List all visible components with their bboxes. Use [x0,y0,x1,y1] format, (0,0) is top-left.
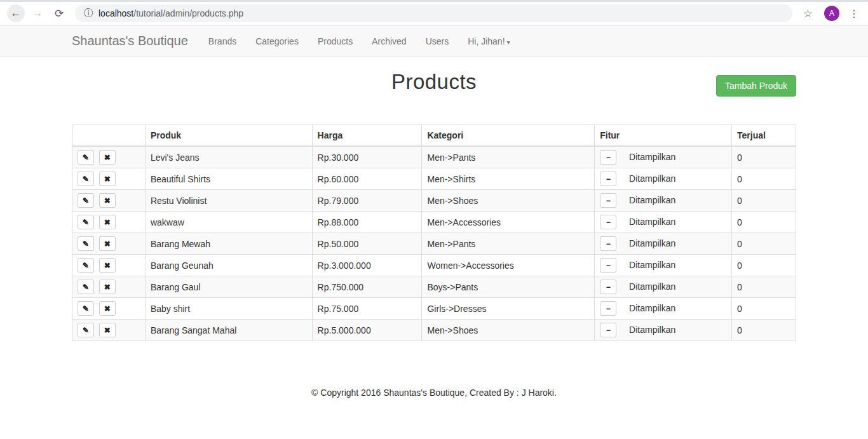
harga-cell: Rp.30.000 [312,146,422,168]
terjual-cell: 0 [732,212,796,233]
edit-button[interactable]: ✎ [78,236,94,251]
produk-cell: wakwaw [145,212,312,233]
actions-cell: ✎ ✖ [72,298,146,320]
harga-cell: Rp.50.000 [312,233,422,255]
nav-item-categories[interactable]: Categories [246,36,308,46]
edit-button[interactable]: ✎ [78,323,94,337]
back-icon[interactable]: ← [7,4,25,22]
edit-button[interactable]: ✎ [78,150,94,165]
products-table-header: Produk Harga Kategori Fitur Terjual [72,125,796,147]
edit-button[interactable]: ✎ [78,258,94,273]
pencil-icon: ✎ [83,262,89,269]
harga-cell: Rp.75.000 [312,298,422,320]
terjual-cell: 0 [732,190,796,212]
produk-cell: Baby shirt [145,298,312,320]
forward-icon[interactable]: → [29,4,46,22]
fitur-cell: − Ditampilkan [595,190,732,212]
produk-cell: Barang Sangat Mahal [145,320,312,341]
minus-icon: − [606,283,611,291]
fitur-cell: − Ditampilkan [595,212,732,233]
fitur-status-label: Ditampilkan [629,281,675,292]
fitur-status-label: Ditampilkan [629,217,675,227]
edit-button[interactable]: ✎ [78,193,94,208]
col-header-terjual: Terjual [732,125,796,147]
toggle-visibility-button[interactable]: − [600,150,616,165]
actions-cell: ✎ ✖ [72,190,146,212]
delete-button[interactable]: ✖ [99,172,116,186]
address-bar[interactable]: ⓘ localhost/tutorial/admin/products.php [75,4,792,22]
delete-button[interactable]: ✖ [99,280,116,294]
kategori-cell: Men->Pants [422,233,595,255]
produk-cell: Barang Gaul [145,276,312,298]
nav-item-brands[interactable]: Brands [199,36,246,46]
table-row: ✎ ✖ Beautiful Shirts Rp.60.000 Men->Shir… [72,168,796,190]
browser-profile-avatar[interactable]: A [824,6,839,21]
toggle-visibility-button[interactable]: − [600,323,616,337]
chevron-down-icon: ▾ [507,39,510,46]
fitur-cell: − Ditampilkan [595,146,732,168]
terjual-cell: 0 [732,168,796,190]
harga-cell: Rp.750.000 [312,276,422,298]
produk-cell: Barang Mewah [145,233,312,255]
page-header: Products Tambah Produk [72,57,796,111]
browser-menu-icon[interactable]: ⋮ [849,8,859,20]
fitur-status-label: Ditampilkan [629,195,675,205]
delete-button[interactable]: ✖ [99,301,116,316]
actions-cell: ✎ ✖ [72,276,146,298]
pencil-icon: ✎ [83,175,89,183]
delete-button[interactable]: ✖ [99,323,116,337]
toggle-visibility-button[interactable]: − [600,236,616,251]
fitur-cell: − Ditampilkan [595,320,732,341]
edit-button[interactable]: ✎ [78,172,94,186]
delete-button[interactable]: ✖ [99,150,116,165]
browser-toolbar: ← → ⟳ ⓘ localhost/tutorial/admin/product… [0,0,868,25]
table-row: ✎ ✖ Barang Geunah Rp.3.000.000 Women->Ac… [72,255,796,276]
edit-button[interactable]: ✎ [78,215,94,229]
pencil-icon: ✎ [83,327,89,334]
kategori-cell: Men->Accessories [422,212,595,233]
table-row: ✎ ✖ Barang Mewah Rp.50.000 Men->Pants − … [72,233,796,255]
user-dropdown[interactable]: Hi, Jihan!▾ [458,36,519,46]
close-icon: ✖ [104,197,111,205]
fitur-cell: − Ditampilkan [595,233,732,255]
delete-button[interactable]: ✖ [99,258,116,273]
bookmark-star-icon[interactable]: ☆ [803,7,813,20]
delete-button[interactable]: ✖ [99,236,116,251]
close-icon: ✖ [104,219,111,226]
fitur-status-label: Ditampilkan [629,238,675,248]
pencil-icon: ✎ [83,197,89,205]
toggle-visibility-button[interactable]: − [600,280,616,294]
terjual-cell: 0 [732,146,796,168]
user-dropdown-label: Hi, Jihan! [468,36,505,46]
close-icon: ✖ [104,262,111,269]
toggle-visibility-button[interactable]: − [600,258,616,273]
reload-icon[interactable]: ⟳ [50,4,68,22]
toggle-visibility-button[interactable]: − [600,172,616,186]
actions-cell: ✎ ✖ [72,212,146,233]
fitur-cell: − Ditampilkan [595,276,732,298]
nav-item-products[interactable]: Products [308,36,362,46]
fitur-status-label: Ditampilkan [629,303,675,313]
col-header-kategori: Kategori [422,125,595,147]
close-icon: ✖ [104,240,111,248]
col-header-produk: Produk [145,125,312,147]
nav-item-users[interactable]: Users [416,36,459,46]
delete-button[interactable]: ✖ [99,215,116,229]
kategori-cell: Men->Pants [422,146,595,168]
harga-cell: Rp.60.000 [312,168,422,190]
harga-cell: Rp.3.000.000 [312,255,422,276]
actions-cell: ✎ ✖ [72,320,146,341]
toggle-visibility-button[interactable]: − [600,215,616,229]
edit-button[interactable]: ✎ [78,280,94,294]
site-info-icon[interactable]: ⓘ [84,8,93,19]
col-header-fitur: Fitur [595,125,732,147]
toggle-visibility-button[interactable]: − [600,193,616,208]
products-table: Produk Harga Kategori Fitur Terjual ✎ ✖ … [72,125,796,341]
add-product-button[interactable]: Tambah Produk [716,75,796,97]
toggle-visibility-button[interactable]: − [600,301,616,316]
kategori-cell: Men->Shirts [422,168,595,190]
brand-link[interactable]: Shauntas's Boutique [72,34,188,48]
edit-button[interactable]: ✎ [78,301,94,316]
delete-button[interactable]: ✖ [99,193,116,208]
nav-item-archived[interactable]: Archived [362,36,416,46]
